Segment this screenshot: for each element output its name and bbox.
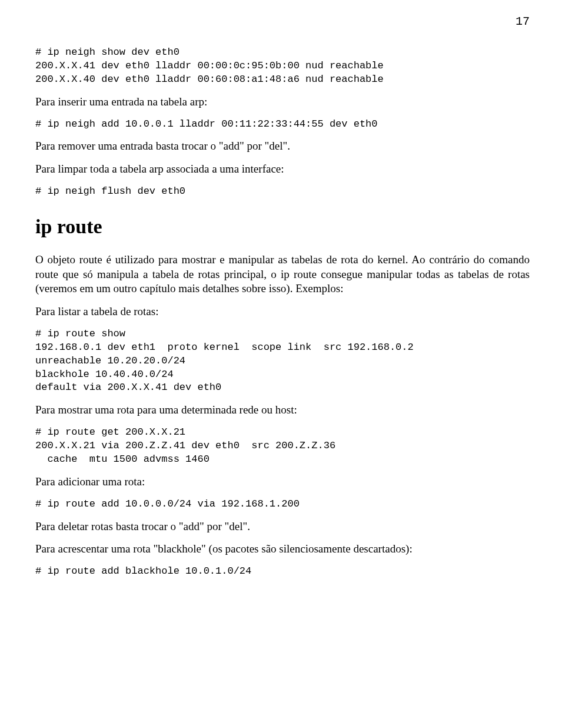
code-block-neigh-add: # ip neigh add 10.0.0.1 lladdr 00:11:22:…	[35, 118, 530, 131]
paragraph-route-intro: O objeto route é utilizado para mostrar …	[35, 253, 530, 296]
code-block-route-show: # ip route show 192.168.0.1 dev eth1 pro…	[35, 327, 530, 395]
section-heading-ip-route: ip route	[35, 214, 530, 240]
code-block-route-add: # ip route add 10.0.0.0/24 via 192.168.1…	[35, 498, 530, 511]
paragraph-list-routes: Para listar a tabela de rotas:	[35, 305, 530, 319]
code-block-neigh-show: # ip neigh show dev eth0 200.X.X.41 dev …	[35, 46, 530, 87]
paragraph-insert-arp: Para inserir uma entrada na tabela arp:	[35, 95, 530, 110]
paragraph-blackhole: Para acrescentar uma rota "blackhole" (o…	[35, 542, 530, 557]
code-block-neigh-flush: # ip neigh flush dev eth0	[35, 185, 530, 198]
paragraph-get-route: Para mostrar uma rota para uma determina…	[35, 403, 530, 418]
paragraph-flush-arp: Para limpar toda a tabela arp associada …	[35, 162, 530, 177]
code-block-route-get: # ip route get 200.X.X.21 200.X.X.21 via…	[35, 426, 530, 466]
paragraph-add-route: Para adicionar uma rota:	[35, 475, 530, 489]
code-block-route-blackhole: # ip route add blackhole 10.0.1.0/24	[35, 565, 530, 578]
page-number: 17	[35, 14, 530, 29]
paragraph-remove-arp: Para remover uma entrada basta trocar o …	[35, 139, 530, 154]
paragraph-delete-route: Para deletar rotas basta trocar o "add" …	[35, 519, 530, 534]
